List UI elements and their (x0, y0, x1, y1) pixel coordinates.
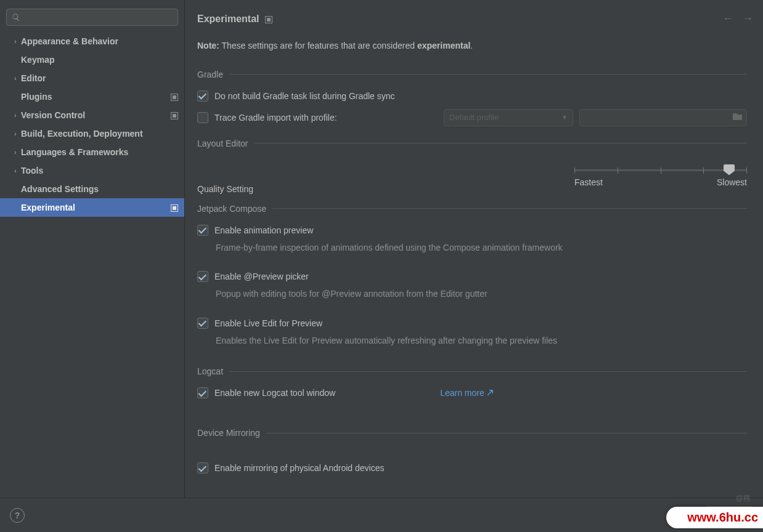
settings-footer: ? Cancel (0, 498, 763, 532)
help-button[interactable]: ? (10, 508, 25, 523)
chevron-down-icon: ▼ (561, 114, 568, 121)
sidebar-item-appearance-behavior[interactable]: ›Appearance & Behavior (0, 32, 184, 50)
svg-rect-1 (173, 95, 176, 99)
jetpack-opt3-label: Enable Live Edit for Preview (214, 318, 322, 328)
device-mirror-opt1-checkbox[interactable] (197, 462, 208, 474)
main-header: Experimental ← → (185, 12, 756, 25)
logcat-header: Logcat (197, 366, 747, 376)
jetpack-title: Jetpack Compose (197, 204, 266, 214)
sidebar-item-experimental[interactable]: Experimental (0, 198, 184, 217)
logcat-opt1-label: Enable new Logcat tool window (214, 388, 335, 398)
spacer (197, 448, 747, 461)
section-divider (255, 143, 748, 143)
layout-editor-section: Layout Editor Quality Setting Fastest Sl… (185, 135, 756, 200)
sidebar-search-input[interactable] (23, 12, 173, 22)
section-divider (272, 208, 747, 209)
chevron-right-icon: › (11, 167, 20, 174)
experimental-note: Note: These settings are for features th… (185, 40, 756, 66)
sidebar-item-label: Appearance & Behavior (21, 36, 118, 46)
sidebar-item-advanced-settings[interactable]: Advanced Settings (0, 180, 184, 198)
learn-more-text: Learn more (440, 388, 484, 398)
note-bold: experimental (417, 41, 470, 50)
sidebar-item-plugins[interactable]: Plugins (0, 87, 184, 106)
slider-track (574, 169, 747, 171)
svg-rect-5 (173, 206, 176, 210)
device-mirror-opt1-label: Enable mirroring of physical Android dev… (214, 463, 384, 473)
section-divider (229, 74, 747, 75)
device-mirroring-title: Device Mirroring (197, 428, 260, 438)
search-icon (12, 13, 20, 22)
sidebar-item-label: Advanced Settings (21, 184, 99, 194)
sidebar-item-editor[interactable]: ›Editor (0, 69, 184, 87)
project-scope-icon (171, 111, 178, 119)
gradle-section: Gradle Do not build Gradle task list dur… (185, 66, 756, 135)
jetpack-opt1-checkbox[interactable] (197, 225, 208, 236)
sidebar-item-label: Keymap (21, 55, 54, 65)
project-scope-icon (171, 93, 178, 100)
settings-tree: ›Appearance & BehaviorKeymap›EditorPlugi… (0, 32, 184, 498)
gradle-opt2-label: Trace Gradle import with profile: (214, 113, 337, 123)
gradle-profile-value: Default profile (449, 113, 499, 122)
folder-icon (733, 112, 743, 123)
note-suffix: . (470, 41, 473, 50)
gradle-profile-select[interactable]: Default profile ▼ (444, 109, 573, 126)
slider-thumb[interactable] (724, 164, 735, 175)
settings-sidebar: ›Appearance & BehaviorKeymap›EditorPlugi… (0, 0, 185, 498)
jetpack-section: Jetpack Compose Enable animation preview… (185, 200, 756, 363)
sidebar-item-label: Experimental (21, 203, 75, 212)
section-divider (266, 433, 747, 433)
sidebar-item-version-control[interactable]: ›Version Control (0, 106, 184, 124)
chevron-right-icon: › (11, 75, 20, 82)
sidebar-item-tools[interactable]: ›Tools (0, 161, 184, 180)
nav-forward-icon[interactable]: → (742, 12, 753, 25)
project-scope-icon (171, 204, 178, 211)
device-mirroring-header: Device Mirroring (197, 428, 747, 438)
svg-rect-7 (267, 18, 271, 22)
gradle-opt1-checkbox[interactable] (197, 91, 208, 102)
logcat-opt1-checkbox[interactable] (197, 387, 208, 398)
jetpack-opt1-desc: Frame-by-frame inspection of animations … (197, 241, 747, 262)
jetpack-opt2-checkbox[interactable] (197, 271, 208, 282)
nav-back-icon[interactable]: ← (722, 12, 733, 25)
sidebar-item-languages-frameworks[interactable]: ›Languages & Frameworks (0, 143, 184, 161)
device-mirror-opt1-row: Enable mirroring of physical Android dev… (197, 461, 747, 481)
quality-setting-row: Quality Setting Fastest Slowest (197, 158, 747, 200)
slider-labels: Fastest Slowest (574, 177, 747, 187)
external-link-icon (487, 390, 493, 396)
logcat-title: Logcat (197, 366, 223, 376)
spacer (185, 406, 756, 424)
chevron-right-icon: › (11, 149, 20, 156)
sidebar-item-label: Editor (21, 73, 46, 83)
gradle-section-title: Gradle (197, 70, 223, 79)
sidebar-item-label: Tools (21, 166, 43, 175)
gradle-opt1-row: Do not build Gradle task list during Gra… (197, 89, 747, 109)
jetpack-opt2-desc: Popup with editing tools for @Preview an… (197, 287, 747, 308)
gradle-opt2-row: Trace Gradle import with profile: Defaul… (197, 109, 747, 135)
settings-main: Experimental ← → Note: These settings ar… (185, 0, 763, 498)
sidebar-item-label: Languages & Frameworks (21, 147, 128, 157)
jetpack-opt3-checkbox[interactable] (197, 318, 208, 329)
sidebar-item-keymap[interactable]: Keymap (0, 50, 184, 69)
quality-slider[interactable]: Fastest Slowest (574, 159, 747, 187)
chevron-right-icon: › (11, 38, 20, 45)
gradle-opt2-checkbox[interactable] (197, 112, 208, 123)
gradle-section-header: Gradle (197, 70, 747, 79)
cancel-button[interactable]: Cancel (705, 506, 753, 525)
device-mirroring-section: Device Mirroring Enable mirroring of phy… (185, 424, 756, 481)
jetpack-opt2-label: Enable @Preview picker (214, 272, 309, 281)
logcat-opt1-row: Enable new Logcat tool window Learn more (197, 386, 747, 406)
logcat-learn-more-link[interactable]: Learn more (440, 388, 493, 398)
sidebar-search[interactable] (6, 9, 178, 26)
quality-label: Quality Setting (197, 159, 253, 194)
jetpack-opt1-label: Enable animation preview (214, 225, 313, 235)
jetpack-header: Jetpack Compose (197, 204, 747, 214)
gradle-opt1-label: Do not build Gradle task list during Gra… (214, 91, 395, 101)
sidebar-item-label: Build, Execution, Deployment (21, 129, 143, 139)
gradle-profile-path[interactable] (579, 109, 747, 126)
sidebar-item-label: Version Control (21, 110, 85, 120)
section-divider (229, 371, 747, 372)
svg-rect-3 (173, 114, 176, 118)
sidebar-item-build-execution-deployment[interactable]: ›Build, Execution, Deployment (0, 124, 184, 143)
note-text: These settings are for features that are… (219, 41, 417, 50)
settings-content: ›Appearance & BehaviorKeymap›EditorPlugi… (0, 0, 763, 498)
